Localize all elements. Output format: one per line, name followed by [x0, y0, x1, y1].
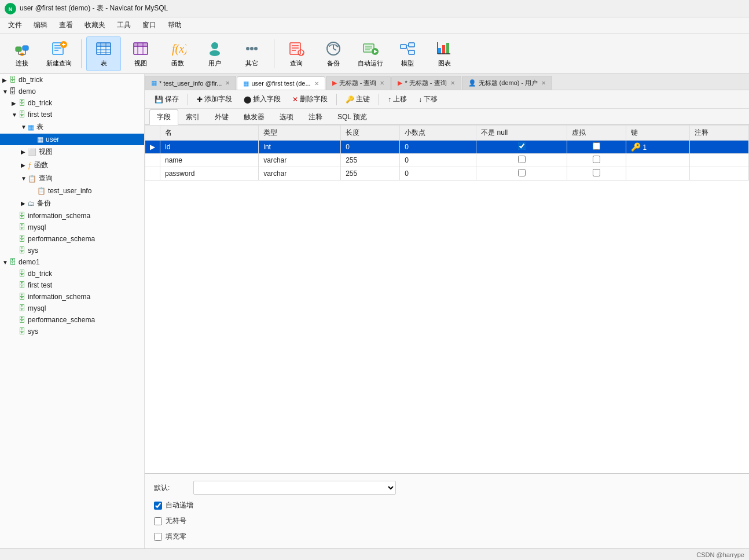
tab-query-icon: ▶	[332, 79, 337, 87]
menu-favorites[interactable]: 收藏夹	[79, 18, 111, 32]
tab-close-icon[interactable]: ✕	[225, 80, 230, 86]
auto-increment-label: 自动递增	[166, 500, 193, 510]
toolbar-backup-btn[interactable]: 备份	[316, 36, 351, 71]
field-virtual-password[interactable]	[567, 167, 626, 180]
toolbar-query-btn[interactable]: 查询	[279, 36, 314, 71]
table-row[interactable]: name varchar 255 0	[145, 154, 749, 167]
default-select[interactable]	[193, 481, 396, 495]
toolbar-model-btn[interactable]: 模型	[390, 36, 425, 71]
sidebar-item-tables-group[interactable]: ▼ ▦ 表	[0, 120, 144, 134]
field-length-name[interactable]: 255	[341, 154, 400, 167]
tab-close-icon5[interactable]: ✕	[541, 80, 546, 86]
field-comment-id[interactable]	[689, 141, 748, 154]
sidebar-item-demo1-dbtrick[interactable]: 🗄 db_trick	[0, 268, 144, 279]
sidebar-item-demo1-sys[interactable]: 🗄 sys	[0, 326, 144, 337]
sidebar-item-infoschema[interactable]: 🗄 information_schema	[0, 210, 144, 222]
menu-view[interactable]: 查看	[53, 18, 79, 32]
field-virtual-name[interactable]	[567, 154, 626, 167]
sidebar-item-user-table[interactable]: ▦ user	[0, 134, 144, 145]
key-icon: 🔑	[631, 142, 641, 152]
fields-table: 名 类型 长度 小数点 不是 null 虚拟 键 注释 ▶ id	[145, 125, 749, 180]
sidebar-item-dbtrick[interactable]: ▶ 🗄 db_trick	[0, 74, 144, 86]
primary-key-button[interactable]: 🔑 主键	[340, 92, 375, 106]
sidebar-item-backup-group[interactable]: ▶ 🗂 备份	[0, 197, 144, 210]
table-row[interactable]: password varchar 255 0	[145, 167, 749, 180]
table-row[interactable]: ▶ id int 0 0 🔑 1	[145, 141, 749, 154]
move-down-button[interactable]: ↓ 下移	[413, 92, 443, 106]
auto-increment-checkbox[interactable]	[154, 502, 162, 510]
field-name-password[interactable]: password	[160, 167, 259, 180]
sidebar-item-func-group[interactable]: ▶ ƒ 函数	[0, 159, 144, 172]
field-decimal-id[interactable]: 0	[400, 141, 476, 154]
field-comment-name[interactable]	[689, 154, 748, 167]
field-length-password[interactable]: 255	[341, 167, 400, 180]
sidebar-item-demo1[interactable]: ▼ 🗄 demo1	[0, 256, 144, 268]
tab-close-icon2[interactable]: ✕	[314, 80, 319, 87]
toolbar-connect-btn[interactable]: 连接	[5, 36, 39, 71]
sidebar-item-demo[interactable]: ▼ 🗄 demo	[0, 86, 144, 97]
toolbar-autorun-btn[interactable]: 自动运行	[353, 36, 388, 71]
field-notnull-id[interactable]	[476, 141, 567, 154]
sidebar-item-test-user-info[interactable]: 📋 test_user_info	[0, 185, 144, 197]
tab-user-table[interactable]: ▦ user @first test (de... ✕	[237, 76, 325, 90]
toolbar-user-btn[interactable]: 用户	[197, 36, 232, 71]
sidebar-item-demo1-infoschema[interactable]: 🗄 information_schema	[0, 291, 144, 303]
field-type-id[interactable]: int	[259, 141, 341, 154]
add-field-button[interactable]: ✚ 添加字段	[192, 92, 237, 106]
menu-tools[interactable]: 工具	[111, 18, 137, 32]
sidebar-item-firsttest[interactable]: ▼ 🗄 first test	[0, 109, 144, 120]
tab-close-icon4[interactable]: ✕	[450, 80, 455, 86]
field-notnull-password[interactable]	[476, 167, 567, 180]
toolbar-other-label: 其它	[245, 59, 258, 68]
tab-fields[interactable]: 字段	[149, 109, 178, 125]
tab-sql-preview[interactable]: SQL 预览	[330, 109, 374, 124]
sidebar-item-demo1-firsttest[interactable]: 🗄 first test	[0, 279, 144, 291]
field-name-id[interactable]: id	[160, 141, 259, 154]
sidebar-item-mysql[interactable]: 🗄 mysql	[0, 222, 144, 233]
menu-file[interactable]: 文件	[2, 18, 28, 32]
menu-help[interactable]: 帮助	[162, 18, 188, 32]
sidebar-item-view-group[interactable]: ▶ ⬜ 视图	[0, 145, 144, 159]
toolbar-newquery-btn[interactable]: 新建查询	[42, 36, 76, 71]
tab-close-icon3[interactable]: ✕	[380, 80, 384, 86]
tab-user-demo[interactable]: 👤 无标题 (demo) - 用户 ✕	[462, 76, 553, 90]
sidebar-item-query-group[interactable]: ▼ 📋 查询	[0, 172, 144, 185]
insert-field-button[interactable]: ⬤ 插入字段	[238, 92, 286, 106]
move-down-label: 下移	[424, 94, 438, 104]
field-decimal-name[interactable]: 0	[400, 154, 476, 167]
tab-triggers[interactable]: 触发器	[236, 109, 272, 124]
field-virtual-id[interactable]	[567, 141, 626, 154]
svg-rect-26	[134, 43, 148, 46]
zerofill-checkbox[interactable]	[154, 533, 162, 541]
field-comment-password[interactable]	[689, 167, 748, 180]
toolbar-func-btn[interactable]: f(x) 函数	[160, 36, 195, 71]
toolbar-view-btn[interactable]: 视图	[123, 36, 158, 71]
tab-indexes[interactable]: 索引	[178, 109, 207, 124]
toolbar-other-btn[interactable]: 其它	[234, 36, 269, 71]
field-type-password[interactable]: varchar	[259, 167, 341, 180]
sidebar-item-demo1-mysql[interactable]: 🗄 mysql	[0, 303, 144, 314]
move-up-button[interactable]: ↑ 上移	[383, 92, 412, 106]
toolbar-chart-btn[interactable]: 图表	[427, 36, 462, 71]
tab-options[interactable]: 选项	[272, 109, 301, 124]
field-type-name[interactable]: varchar	[259, 154, 341, 167]
sidebar-item-perfschema[interactable]: 🗄 performance_schema	[0, 233, 144, 245]
menu-window[interactable]: 窗口	[137, 18, 162, 32]
sidebar-item-sys[interactable]: 🗄 sys	[0, 245, 144, 256]
toolbar-table-btn[interactable]: 表	[86, 36, 121, 71]
menu-edit[interactable]: 编辑	[28, 18, 53, 32]
tab-comments[interactable]: 注释	[301, 109, 330, 124]
tab-test-user-info[interactable]: ▦ * test_user_info @fir... ✕	[145, 76, 236, 90]
field-name-name[interactable]: name	[160, 154, 259, 167]
delete-field-button[interactable]: ✕ 删除字段	[287, 92, 333, 106]
field-decimal-password[interactable]: 0	[400, 167, 476, 180]
tab-query1[interactable]: ▶ 无标题 - 查询 ✕	[326, 76, 391, 90]
field-notnull-name[interactable]	[476, 154, 567, 167]
unsigned-checkbox[interactable]	[154, 517, 162, 525]
sidebar-item-demo-dbtrick[interactable]: ▶ 🗄 db_trick	[0, 97, 144, 109]
tab-query2[interactable]: ▶ * 无标题 - 查询 ✕	[391, 76, 461, 90]
field-length-id[interactable]: 0	[341, 141, 400, 154]
save-button[interactable]: 💾 保存	[149, 92, 184, 106]
sidebar-item-demo1-perf[interactable]: 🗄 performance_schema	[0, 314, 144, 326]
tab-foreign-keys[interactable]: 外键	[207, 109, 236, 124]
